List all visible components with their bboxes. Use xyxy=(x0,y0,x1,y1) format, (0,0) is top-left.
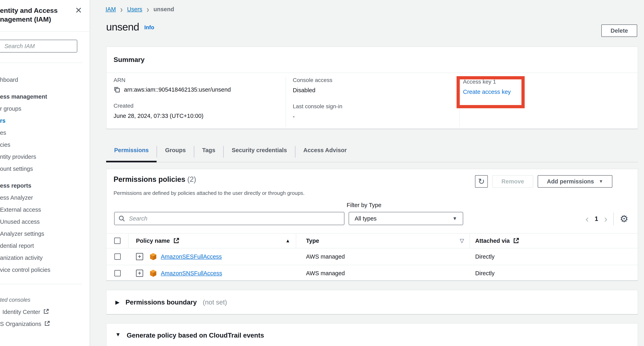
console-access-label: Console access xyxy=(293,77,342,83)
sidebar-item-identity-providers[interactable]: ntity providers xyxy=(0,151,90,163)
iam-sidebar: entity and Access nagement (IAM) ✕ hboar… xyxy=(0,0,90,346)
select-all-checkbox[interactable] xyxy=(114,238,120,244)
add-permissions-button[interactable]: Add permissions ▼ xyxy=(538,175,612,188)
tab-access-advisor[interactable]: Access Advisor xyxy=(295,140,355,162)
sidebar-item-credential-report[interactable]: dential report xyxy=(0,240,90,252)
tab-permissions[interactable]: Permissions xyxy=(106,140,156,162)
sidebar-item-unused-access[interactable]: Unused access xyxy=(0,216,90,228)
search-iam-input[interactable] xyxy=(0,40,77,53)
policy-name-header-label: Policy name xyxy=(136,238,170,244)
managed-policy-icon xyxy=(150,269,157,277)
arn-value: arn:aws:iam::905418462135:user/unsend xyxy=(124,86,231,93)
table-row: + AmazonSESFullAccess AWS managed Direct… xyxy=(106,248,638,265)
permissions-boundary-card[interactable]: ▶ Permissions boundary (not set) xyxy=(106,290,638,314)
attached-via-header[interactable]: Attached via xyxy=(470,233,638,248)
sidebar-item-roles[interactable]: es xyxy=(0,127,90,139)
info-link[interactable]: Info xyxy=(144,25,154,31)
sidebar-section-related-consoles: ted consoles xyxy=(0,294,90,306)
sidebar-item-aws-organizations[interactable]: S Organizations xyxy=(0,318,90,330)
collapsed-arrow-icon[interactable]: ▶ xyxy=(115,299,120,305)
generate-policy-title: Generate policy based on CloudTrail even… xyxy=(127,331,264,339)
summary-column-arn: ARN arn:aws:iam::905418462135:user/unsen… xyxy=(114,77,231,119)
breadcrumb-users[interactable]: Users xyxy=(127,6,142,13)
pagination: ‹ 1 › ⚙ xyxy=(586,212,628,225)
table-row: + AmazonSNSFullAccess AWS managed Direct… xyxy=(106,265,638,281)
sidebar-divider xyxy=(0,284,82,284)
iam-user-detail-page: entity and Access nagement (IAM) ✕ hboar… xyxy=(0,0,644,346)
external-link-icon xyxy=(43,308,49,314)
policy-type-cell: AWS managed xyxy=(296,248,470,265)
close-icon[interactable]: ✕ xyxy=(75,6,82,15)
external-link-icon xyxy=(513,238,519,244)
access-key-label: Access key 1 xyxy=(463,79,511,85)
row-checkbox[interactable] xyxy=(114,270,121,276)
row-checkbox[interactable] xyxy=(114,253,121,260)
delete-button[interactable]: Delete xyxy=(601,25,637,37)
policy-link[interactable]: AmazonSNSFullAccess xyxy=(161,270,222,277)
sidebar-item-identity-center[interactable]: Identity Center xyxy=(0,306,90,318)
sidebar-divider xyxy=(0,31,90,32)
type-filter-dropdown[interactable]: All types ▼ xyxy=(349,212,463,225)
summary-header-divider xyxy=(106,73,638,73)
attached-via-header-label: Attached via xyxy=(475,238,510,244)
next-page-icon[interactable]: › xyxy=(604,213,607,225)
sidebar-item-dashboard[interactable]: hboard xyxy=(0,74,90,86)
summary-card: Summary ARN arn:aws:iam::905418462135:us… xyxy=(106,47,638,129)
sidebar-item-external-access[interactable]: External access xyxy=(0,204,90,216)
sidebar-item-user-groups[interactable]: r groups xyxy=(0,103,90,115)
sidebar-item-organization-activity[interactable]: anization activity xyxy=(0,252,90,264)
page-title: unsend xyxy=(106,21,139,33)
refresh-button[interactable]: ↻ xyxy=(475,175,488,188)
policy-name-header[interactable]: Policy name ▲ xyxy=(128,233,296,248)
tab-tags[interactable]: Tags xyxy=(194,140,224,162)
sidebar-title-line1: entity and Access xyxy=(0,6,58,15)
chevron-right-icon: › xyxy=(120,6,123,13)
sidebar-item-users[interactable]: rs xyxy=(0,115,90,127)
summary-column-access-key: Access key 1 Create access key xyxy=(463,79,511,95)
expanded-arrow-icon[interactable]: ▼ xyxy=(115,331,121,338)
gear-icon[interactable]: ⚙ xyxy=(620,213,628,225)
external-link-icon xyxy=(173,238,180,244)
sidebar-section-access-management: ess management xyxy=(0,91,90,103)
tab-security-credentials[interactable]: Security credentials xyxy=(224,140,295,162)
sort-ascending-icon[interactable]: ▲ xyxy=(285,238,290,244)
page-number[interactable]: 1 xyxy=(595,215,598,222)
create-access-key-link[interactable]: Create access key xyxy=(463,89,511,95)
policy-search xyxy=(114,212,344,225)
policies-actions: ↻ Remove Add permissions ▼ xyxy=(475,175,612,188)
created-label: Created xyxy=(114,103,231,109)
remove-button[interactable]: Remove xyxy=(492,175,533,188)
row-select-cell xyxy=(106,265,128,281)
select-all-cell xyxy=(106,233,128,248)
sidebar-title-line2: nagement (IAM) xyxy=(0,15,58,24)
permissions-policies-count: (2) xyxy=(187,175,196,183)
expand-row-icon[interactable]: + xyxy=(136,270,143,277)
pagination-divider xyxy=(613,212,614,225)
type-header-label: Type xyxy=(306,238,319,244)
type-header[interactable]: Type ▽ xyxy=(296,233,470,248)
sidebar-item-service-control-policies[interactable]: vice control policies xyxy=(0,264,90,276)
sidebar-item-analyzer-settings[interactable]: Analyzer settings xyxy=(0,228,90,240)
breadcrumb-iam[interactable]: IAM xyxy=(106,6,116,13)
sidebar-item-access-analyzer[interactable]: ess Analyzer xyxy=(0,192,90,204)
policy-name-cell: + AmazonSNSFullAccess xyxy=(128,269,296,277)
tab-groups[interactable]: Groups xyxy=(157,140,194,162)
generate-policy-card[interactable]: ▼ Generate policy based on CloudTrail ev… xyxy=(106,323,638,346)
created-value: June 28, 2024, 07:33 (UTC+10:00) xyxy=(114,113,231,119)
permissions-policies-title: Permissions policies (2) xyxy=(114,175,196,184)
expand-row-icon[interactable]: + xyxy=(136,253,143,260)
policy-search-input[interactable] xyxy=(114,212,344,225)
attached-via-cell: Directly xyxy=(470,248,638,265)
column-filter-icon[interactable]: ▽ xyxy=(460,238,464,244)
copy-icon[interactable] xyxy=(114,86,120,93)
sidebar-item-account-settings[interactable]: ount settings xyxy=(0,163,90,175)
search-icon xyxy=(118,215,125,222)
filter-by-type-label: Filter by Type xyxy=(347,202,382,208)
breadcrumb: IAM › Users › unsend xyxy=(106,6,174,13)
tab-bar: Permissions Groups Tags Security credent… xyxy=(106,140,638,162)
console-access-value: Disabled xyxy=(293,87,342,94)
last-signin-value: - xyxy=(293,113,342,120)
prev-page-icon[interactable]: ‹ xyxy=(586,213,589,225)
policy-link[interactable]: AmazonSESFullAccess xyxy=(161,253,222,260)
sidebar-item-policies[interactable]: cies xyxy=(0,139,90,151)
